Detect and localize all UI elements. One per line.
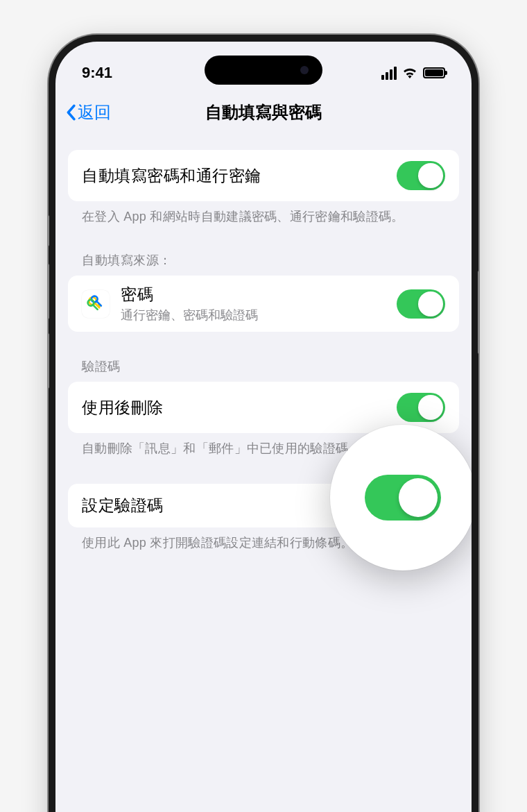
magnified-callout bbox=[330, 425, 472, 570]
passwords-app-row[interactable]: 密碼 通行密鑰、密碼和驗證碼 bbox=[68, 276, 459, 332]
screen: 9:41 返回 自動填寫與密碼 自動填寫密碼和通行密鑰 bbox=[55, 42, 472, 812]
autofill-sources-section: 自動填寫來源： bbox=[68, 252, 459, 332]
navigation-bar: 返回 自動填寫與密碼 bbox=[55, 92, 472, 133]
verification-codes-header: 驗證碼 bbox=[68, 358, 459, 382]
side-button bbox=[478, 271, 478, 354]
autofill-passwords-toggle[interactable] bbox=[397, 161, 445, 190]
setup-verification-label: 設定驗證碼 bbox=[82, 495, 164, 516]
status-time: 9:41 bbox=[82, 64, 112, 82]
autofill-passwords-label: 自動填寫密碼和通行密鑰 bbox=[82, 165, 261, 187]
phone-frame: 9:41 返回 自動填寫與密碼 自動填寫密碼和通行密鑰 bbox=[49, 35, 478, 812]
passwords-app-subtitle: 通行密鑰、密碼和驗證碼 bbox=[121, 307, 258, 323]
volume-down bbox=[49, 333, 49, 389]
autofill-passwords-row[interactable]: 自動填寫密碼和通行密鑰 bbox=[68, 150, 459, 201]
delete-after-use-toggle[interactable] bbox=[397, 393, 445, 422]
magnified-toggle bbox=[365, 475, 441, 521]
chevron-left-icon bbox=[65, 104, 76, 121]
volume-up bbox=[49, 264, 49, 319]
back-label: 返回 bbox=[78, 101, 111, 124]
cellular-icon bbox=[381, 67, 397, 80]
autofill-passwords-footer: 在登入 App 和網站時自動建議密碼、通行密鑰和驗證碼。 bbox=[68, 201, 459, 226]
autofill-sources-header: 自動填寫來源： bbox=[68, 252, 459, 276]
autofill-passwords-section: 自動填寫密碼和通行密鑰 在登入 App 和網站時自動建議密碼、通行密鑰和驗證碼。 bbox=[68, 150, 459, 226]
dynamic-island bbox=[205, 56, 322, 85]
mute-switch bbox=[49, 215, 49, 246]
back-button[interactable]: 返回 bbox=[65, 101, 111, 124]
passwords-app-icon bbox=[82, 290, 110, 318]
passwords-app-toggle[interactable] bbox=[397, 289, 445, 319]
page-title: 自動填寫與密碼 bbox=[205, 101, 322, 124]
battery-icon bbox=[423, 67, 445, 78]
delete-after-use-label: 使用後刪除 bbox=[82, 397, 164, 418]
wifi-icon bbox=[402, 67, 417, 78]
passwords-app-name: 密碼 bbox=[121, 284, 258, 305]
